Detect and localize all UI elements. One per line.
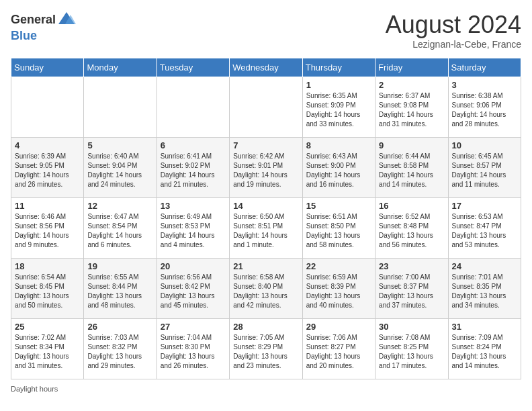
day-number: 19 xyxy=(87,261,152,271)
day-cell: 15Sunrise: 6:51 AM Sunset: 8:50 PM Dayli… xyxy=(302,198,375,259)
day-info: Sunrise: 6:51 AM Sunset: 8:50 PM Dayligh… xyxy=(306,212,371,250)
day-number: 24 xyxy=(452,261,517,271)
day-cell xyxy=(157,77,229,138)
day-number: 26 xyxy=(87,322,152,332)
day-number: 10 xyxy=(452,140,517,150)
day-number: 14 xyxy=(233,201,298,211)
day-info: Sunrise: 6:47 AM Sunset: 8:54 PM Dayligh… xyxy=(87,212,152,250)
day-info: Sunrise: 7:04 AM Sunset: 8:30 PM Dayligh… xyxy=(161,333,226,371)
day-info: Sunrise: 7:08 AM Sunset: 8:25 PM Dayligh… xyxy=(379,333,444,371)
day-cell: 23Sunrise: 7:00 AM Sunset: 8:37 PM Dayli… xyxy=(375,259,448,319)
logo-blue: Blue xyxy=(11,29,37,42)
day-info: Sunrise: 6:59 AM Sunset: 8:39 PM Dayligh… xyxy=(306,273,371,310)
day-info: Sunrise: 6:40 AM Sunset: 9:04 PM Dayligh… xyxy=(87,152,152,189)
day-cell: 29Sunrise: 7:06 AM Sunset: 8:27 PM Dayli… xyxy=(302,319,375,379)
day-info: Sunrise: 6:38 AM Sunset: 9:06 PM Dayligh… xyxy=(452,91,517,129)
week-row-3: 11Sunrise: 6:46 AM Sunset: 8:56 PM Dayli… xyxy=(11,198,521,259)
day-cell: 9Sunrise: 6:44 AM Sunset: 8:58 PM Daylig… xyxy=(375,138,448,198)
day-cell: 4Sunrise: 6:39 AM Sunset: 9:05 PM Daylig… xyxy=(11,138,84,198)
day-cell: 17Sunrise: 6:53 AM Sunset: 8:47 PM Dayli… xyxy=(448,198,521,259)
day-cell: 13Sunrise: 6:49 AM Sunset: 8:53 PM Dayli… xyxy=(157,198,229,259)
day-info: Sunrise: 6:50 AM Sunset: 8:51 PM Dayligh… xyxy=(233,212,298,250)
day-info: Sunrise: 6:54 AM Sunset: 8:45 PM Dayligh… xyxy=(15,273,80,310)
day-number: 27 xyxy=(161,322,226,332)
day-number: 31 xyxy=(452,322,517,332)
day-cell: 21Sunrise: 6:58 AM Sunset: 8:40 PM Dayli… xyxy=(230,259,302,319)
week-row-5: 25Sunrise: 7:02 AM Sunset: 8:34 PM Dayli… xyxy=(11,319,521,379)
daylight-label: Daylight hours xyxy=(11,385,58,393)
day-number: 1 xyxy=(306,80,371,90)
day-cell: 19Sunrise: 6:55 AM Sunset: 8:44 PM Dayli… xyxy=(84,259,157,319)
day-info: Sunrise: 6:43 AM Sunset: 9:00 PM Dayligh… xyxy=(306,152,371,189)
header-row: SundayMondayTuesdayWednesdayThursdayFrid… xyxy=(11,58,521,77)
day-cell: 30Sunrise: 7:08 AM Sunset: 8:25 PM Dayli… xyxy=(375,319,448,379)
day-number: 30 xyxy=(379,322,444,332)
day-cell: 22Sunrise: 6:59 AM Sunset: 8:39 PM Dayli… xyxy=(302,259,375,319)
day-info: Sunrise: 7:03 AM Sunset: 8:32 PM Dayligh… xyxy=(87,333,152,371)
day-number: 13 xyxy=(161,201,226,211)
day-info: Sunrise: 7:06 AM Sunset: 8:27 PM Dayligh… xyxy=(306,333,371,371)
col-header-thursday: Thursday xyxy=(302,58,375,77)
day-number: 18 xyxy=(15,261,80,271)
day-info: Sunrise: 6:37 AM Sunset: 9:08 PM Dayligh… xyxy=(379,91,444,129)
day-info: Sunrise: 6:52 AM Sunset: 8:48 PM Dayligh… xyxy=(379,212,444,250)
col-header-saturday: Saturday xyxy=(448,58,521,77)
day-cell: 1Sunrise: 6:35 AM Sunset: 9:09 PM Daylig… xyxy=(302,77,375,138)
month-title: August 2024 xyxy=(386,11,521,39)
day-info: Sunrise: 6:55 AM Sunset: 8:44 PM Dayligh… xyxy=(87,273,152,310)
day-cell: 18Sunrise: 6:54 AM Sunset: 8:45 PM Dayli… xyxy=(11,259,84,319)
day-number: 16 xyxy=(379,201,444,211)
day-cell: 25Sunrise: 7:02 AM Sunset: 8:34 PM Dayli… xyxy=(11,319,84,379)
day-cell: 8Sunrise: 6:43 AM Sunset: 9:00 PM Daylig… xyxy=(302,138,375,198)
day-info: Sunrise: 6:46 AM Sunset: 8:56 PM Dayligh… xyxy=(15,212,80,250)
day-cell: 28Sunrise: 7:05 AM Sunset: 8:29 PM Dayli… xyxy=(230,319,302,379)
day-number: 8 xyxy=(306,140,371,150)
day-cell: 6Sunrise: 6:41 AM Sunset: 9:02 PM Daylig… xyxy=(157,138,229,198)
day-info: Sunrise: 6:53 AM Sunset: 8:47 PM Dayligh… xyxy=(452,212,517,250)
day-cell: 26Sunrise: 7:03 AM Sunset: 8:32 PM Dayli… xyxy=(84,319,157,379)
calendar-table: SundayMondayTuesdayWednesdayThursdayFrid… xyxy=(11,58,521,379)
day-cell: 12Sunrise: 6:47 AM Sunset: 8:54 PM Dayli… xyxy=(84,198,157,259)
day-info: Sunrise: 7:09 AM Sunset: 8:24 PM Dayligh… xyxy=(452,333,517,371)
logo-icon xyxy=(57,11,76,30)
day-cell: 5Sunrise: 6:40 AM Sunset: 9:04 PM Daylig… xyxy=(84,138,157,198)
day-number: 2 xyxy=(379,80,444,90)
day-number: 4 xyxy=(15,140,80,150)
day-info: Sunrise: 6:56 AM Sunset: 8:42 PM Dayligh… xyxy=(161,273,226,310)
week-row-4: 18Sunrise: 6:54 AM Sunset: 8:45 PM Dayli… xyxy=(11,259,521,319)
day-info: Sunrise: 6:49 AM Sunset: 8:53 PM Dayligh… xyxy=(161,212,226,250)
day-info: Sunrise: 7:01 AM Sunset: 8:35 PM Dayligh… xyxy=(452,273,517,310)
day-cell: 24Sunrise: 7:01 AM Sunset: 8:35 PM Dayli… xyxy=(448,259,521,319)
day-number: 20 xyxy=(161,261,226,271)
day-info: Sunrise: 6:41 AM Sunset: 9:02 PM Dayligh… xyxy=(161,152,226,189)
week-row-1: 1Sunrise: 6:35 AM Sunset: 9:09 PM Daylig… xyxy=(11,77,521,138)
day-number: 11 xyxy=(15,201,80,211)
day-cell: 27Sunrise: 7:04 AM Sunset: 8:30 PM Dayli… xyxy=(157,319,229,379)
day-cell xyxy=(230,77,302,138)
day-cell: 10Sunrise: 6:45 AM Sunset: 8:57 PM Dayli… xyxy=(448,138,521,198)
day-cell: 16Sunrise: 6:52 AM Sunset: 8:48 PM Dayli… xyxy=(375,198,448,259)
day-cell: 7Sunrise: 6:42 AM Sunset: 9:01 PM Daylig… xyxy=(230,138,302,198)
col-header-wednesday: Wednesday xyxy=(230,58,302,77)
day-number: 25 xyxy=(15,322,80,332)
day-number: 22 xyxy=(306,261,371,271)
day-info: Sunrise: 6:44 AM Sunset: 8:58 PM Dayligh… xyxy=(379,152,444,189)
day-number: 5 xyxy=(87,140,152,150)
day-number: 7 xyxy=(233,140,298,150)
day-number: 12 xyxy=(87,201,152,211)
day-number: 28 xyxy=(233,322,298,332)
day-number: 9 xyxy=(379,140,444,150)
day-number: 23 xyxy=(379,261,444,271)
week-row-2: 4Sunrise: 6:39 AM Sunset: 9:05 PM Daylig… xyxy=(11,138,521,198)
subtitle: Lezignan-la-Cebe, France xyxy=(386,39,521,50)
day-info: Sunrise: 7:02 AM Sunset: 8:34 PM Dayligh… xyxy=(15,333,80,371)
day-number: 3 xyxy=(452,80,517,90)
day-number: 17 xyxy=(452,201,517,211)
day-cell: 11Sunrise: 6:46 AM Sunset: 8:56 PM Dayli… xyxy=(11,198,84,259)
col-header-tuesday: Tuesday xyxy=(157,58,229,77)
day-number: 29 xyxy=(306,322,371,332)
day-cell: 14Sunrise: 6:50 AM Sunset: 8:51 PM Dayli… xyxy=(230,198,302,259)
logo: General Blue xyxy=(11,11,76,43)
day-info: Sunrise: 6:39 AM Sunset: 9:05 PM Dayligh… xyxy=(15,152,80,189)
col-header-monday: Monday xyxy=(84,58,157,77)
